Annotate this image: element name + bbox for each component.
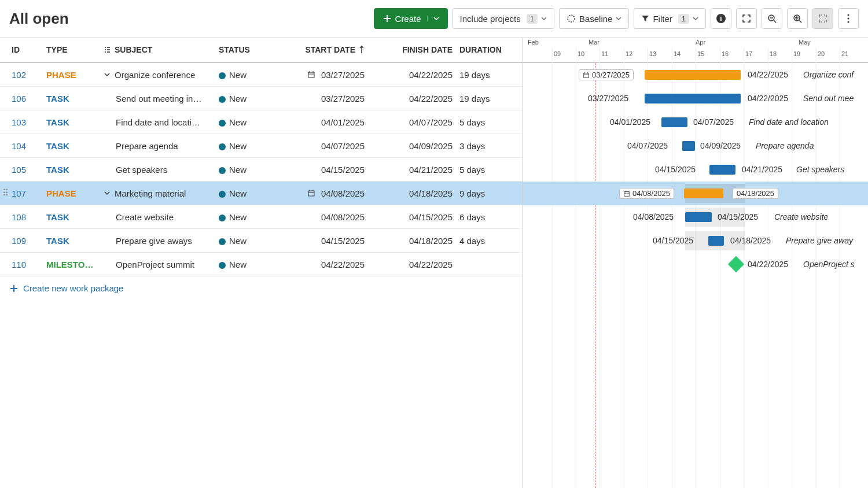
cell-finish[interactable]: 04/22/2025: [368, 260, 456, 269]
col-header-type[interactable]: TYPE: [43, 45, 100, 54]
cell-id[interactable]: 104: [8, 141, 43, 151]
cell-id[interactable]: 102: [8, 70, 43, 80]
create-work-package-link[interactable]: Create new work package: [0, 276, 523, 300]
cell-start[interactable]: 04/22/2025: [271, 260, 368, 269]
cell-duration[interactable]: 19 days: [456, 94, 514, 103]
cell-status[interactable]: New: [215, 188, 271, 198]
cell-id[interactable]: 103: [8, 117, 43, 127]
gantt-row[interactable]: 04/22/2025OpenProject s: [523, 253, 868, 276]
cell-status[interactable]: New: [215, 141, 271, 151]
table-row[interactable]: 108TASKCreate websiteNew04/08/202504/15/…: [0, 205, 523, 229]
gantt-milestone[interactable]: [728, 256, 744, 272]
cell-subject[interactable]: Send out meeting in…: [100, 94, 215, 103]
cell-duration[interactable]: 4 days: [456, 236, 514, 246]
cell-id[interactable]: 105: [8, 165, 43, 175]
gantt-bar[interactable]: [685, 212, 712, 222]
cell-finish[interactable]: 04/22/2025: [368, 70, 456, 80]
cell-status[interactable]: New: [215, 70, 271, 80]
table-row[interactable]: 109TASKPrepare give awaysNew04/15/202504…: [0, 229, 523, 253]
gantt-start-chip[interactable]: 04/08/2025: [619, 188, 674, 199]
drag-handle-icon[interactable]: ⠿: [2, 188, 9, 198]
cell-id[interactable]: 109: [8, 236, 43, 246]
gantt-row[interactable]: 04/08/202504/18/2025: [523, 182, 868, 205]
more-button[interactable]: [838, 8, 859, 29]
gantt-end-chip[interactable]: 04/18/2025: [733, 188, 778, 199]
gantt-row[interactable]: 04/08/202504/15/2025Create website: [523, 205, 868, 229]
cell-finish[interactable]: 04/18/2025: [368, 188, 456, 198]
gantt-start-chip[interactable]: 03/27/2025: [579, 69, 634, 80]
gantt-body[interactable]: 03/27/202504/22/2025Organize conf03/27/2…: [523, 63, 868, 488]
chevron-down-icon[interactable]: [103, 189, 111, 197]
gantt-bar[interactable]: [708, 236, 724, 246]
gantt-bar[interactable]: [709, 165, 735, 175]
cell-status[interactable]: New: [215, 260, 271, 269]
gantt-bar[interactable]: [645, 70, 741, 80]
cell-finish[interactable]: 04/22/2025: [368, 94, 456, 103]
col-header-duration[interactable]: DURATION: [456, 45, 514, 54]
cell-duration[interactable]: 9 days: [456, 188, 514, 198]
cell-finish[interactable]: 04/07/2025: [368, 117, 456, 127]
cell-id[interactable]: 107: [8, 188, 43, 198]
cell-duration[interactable]: 19 days: [456, 70, 514, 80]
cell-duration[interactable]: 5 days: [456, 117, 514, 127]
cell-status[interactable]: New: [215, 94, 271, 103]
cell-id[interactable]: 108: [8, 212, 43, 222]
info-button[interactable]: i: [711, 8, 731, 29]
cell-duration[interactable]: 5 days: [456, 165, 514, 175]
cell-start[interactable]: 03/27/2025: [271, 94, 368, 103]
gantt-row[interactable]: 04/01/202504/07/2025Find date and locati…: [523, 110, 868, 134]
cell-subject[interactable]: OpenProject summit: [100, 260, 215, 269]
create-button[interactable]: Create: [374, 8, 448, 29]
cell-start[interactable]: 04/15/2025: [271, 236, 368, 246]
zoom-in-button[interactable]: [787, 8, 808, 29]
cell-subject[interactable]: Find date and locati…: [100, 117, 215, 127]
gantt-pane[interactable]: FebMarAprMay 09101112131415161718192021 …: [523, 38, 868, 488]
cell-start[interactable]: 04/07/2025: [271, 141, 368, 151]
col-header-status[interactable]: STATUS: [215, 45, 271, 54]
filter-button[interactable]: Filter 1: [634, 8, 706, 29]
cell-subject[interactable]: Create website: [100, 212, 215, 222]
col-header-finish[interactable]: FINISH DATE: [368, 45, 456, 54]
baseline-button[interactable]: Baseline: [559, 8, 630, 29]
table-row[interactable]: 106TASKSend out meeting in…New03/27/2025…: [0, 87, 523, 110]
gantt-bar[interactable]: [684, 188, 723, 198]
table-row[interactable]: 110MILESTONEOpenProject summitNew04/22/2…: [0, 253, 523, 276]
cell-start[interactable]: 04/08/2025: [271, 212, 368, 222]
table-row[interactable]: ⠿107PHASEMarketing materialNew04/08/2025…: [0, 182, 523, 205]
cell-status[interactable]: New: [215, 236, 271, 246]
cell-start[interactable]: 03/27/2025: [271, 70, 368, 80]
cell-duration[interactable]: 6 days: [456, 212, 514, 222]
cell-subject[interactable]: Marketing material: [100, 188, 215, 198]
cell-status[interactable]: New: [215, 212, 271, 222]
cell-finish[interactable]: 04/21/2025: [368, 165, 456, 175]
cell-id[interactable]: 106: [8, 94, 43, 103]
table-row[interactable]: 102PHASEOrganize conferenceNew03/27/2025…: [0, 63, 523, 87]
col-header-id[interactable]: ID: [8, 45, 43, 54]
cell-subject[interactable]: Get speakers: [100, 165, 215, 175]
table-row[interactable]: 103TASKFind date and locati…New04/01/202…: [0, 110, 523, 134]
table-row[interactable]: 104TASKPrepare agendaNew04/07/202504/09/…: [0, 134, 523, 158]
fullscreen-button[interactable]: [736, 8, 757, 29]
gantt-row[interactable]: 03/27/202504/22/2025Send out mee: [523, 87, 868, 110]
cell-start[interactable]: 04/01/2025: [271, 117, 368, 127]
auto-zoom-button[interactable]: [812, 8, 833, 29]
cell-subject[interactable]: Organize conference: [100, 70, 215, 80]
gantt-row[interactable]: 04/15/202504/18/2025Prepare give away: [523, 229, 868, 253]
cell-subject[interactable]: Prepare give aways: [100, 236, 215, 246]
gantt-row[interactable]: 04/15/202504/21/2025Get speakers: [523, 158, 868, 182]
col-header-subject[interactable]: SUBJECT: [100, 45, 215, 54]
cell-finish[interactable]: 04/18/2025: [368, 236, 456, 246]
gantt-bar[interactable]: [682, 141, 695, 151]
chevron-down-icon[interactable]: [103, 71, 111, 79]
col-header-start[interactable]: START DATE: [271, 45, 368, 54]
gantt-bar[interactable]: [661, 117, 687, 127]
cell-start[interactable]: 04/15/2025: [271, 165, 368, 175]
include-projects-button[interactable]: Include projects 1: [453, 8, 554, 29]
gantt-row[interactable]: 03/27/202504/22/2025Organize conf: [523, 63, 868, 87]
cell-subject[interactable]: Prepare agenda: [100, 141, 215, 151]
cell-finish[interactable]: 04/09/2025: [368, 141, 456, 151]
cell-status[interactable]: New: [215, 165, 271, 175]
cell-id[interactable]: 110: [8, 260, 43, 269]
gantt-row[interactable]: 04/07/202504/09/2025Prepare agenda: [523, 134, 868, 158]
cell-duration[interactable]: 3 days: [456, 141, 514, 151]
